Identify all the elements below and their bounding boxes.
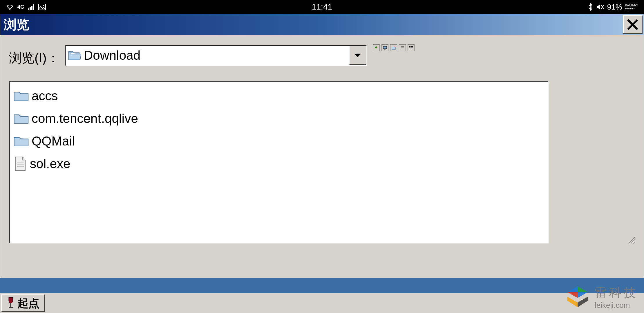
svg-marker-39 (567, 292, 578, 298)
watermark-logo-icon (565, 284, 591, 310)
svg-rect-21 (410, 46, 413, 47)
svg-marker-38 (578, 286, 588, 292)
battery-dots: ●●●●○ (625, 7, 635, 10)
watermark: 雷科技 leikeji.com (565, 284, 638, 310)
desktop-strip (0, 278, 644, 293)
combo-dropdown-button[interactable] (349, 46, 366, 65)
svg-rect-4 (33, 4, 34, 10)
wifi-icon (6, 4, 14, 10)
details-view-button[interactable] (408, 44, 415, 51)
bluetooth-icon (588, 3, 593, 11)
folder-icon (13, 89, 29, 103)
new-folder-button[interactable]: * (390, 44, 397, 51)
watermark-cn: 雷科技 (595, 285, 638, 301)
desktop-icon (383, 46, 387, 50)
clock: 11:41 (312, 2, 332, 12)
directory-combo[interactable]: Download (65, 45, 367, 66)
svg-point-0 (9, 8, 10, 10)
browse-dialog: 浏览 浏览(I)： Download (0, 14, 644, 278)
file-name: sol.exe (30, 156, 70, 171)
up-one-level-button[interactable] (373, 44, 380, 51)
watermark-en: leikeji.com (595, 301, 638, 310)
svg-text:*: * (395, 46, 395, 48)
file-toolbar: * (373, 44, 415, 51)
file-list[interactable]: accs com.tencent.qqlive QQMail sol.exe (9, 81, 549, 243)
resize-grip-icon[interactable] (627, 235, 636, 244)
svg-rect-13 (383, 46, 387, 49)
current-directory: Download (84, 48, 141, 63)
list-item[interactable]: sol.exe (13, 152, 544, 175)
svg-rect-23 (410, 48, 413, 48)
svg-rect-14 (384, 49, 386, 50)
folder-open-icon (68, 50, 82, 61)
file-name: QQMail (32, 134, 75, 148)
svg-rect-24 (409, 49, 410, 49)
details-icon (409, 46, 413, 50)
file-icon (13, 156, 28, 172)
svg-point-6 (43, 5, 44, 6)
svg-rect-3 (31, 6, 32, 10)
svg-marker-41 (578, 297, 588, 307)
svg-rect-5 (39, 4, 46, 10)
list-item[interactable]: com.tencent.qqlive (13, 107, 544, 130)
chevron-down-icon (354, 53, 362, 58)
svg-rect-25 (410, 49, 413, 49)
desktop-button[interactable] (381, 44, 388, 51)
svg-rect-20 (409, 46, 410, 47)
svg-rect-1 (28, 8, 29, 10)
taskbar: 起点 (0, 293, 644, 313)
list-view-button[interactable] (399, 44, 406, 51)
list-icon (400, 46, 405, 50)
android-status-bar: 4G 11:41 91% BATTERY ●●●●○ (0, 0, 644, 14)
close-button[interactable] (623, 15, 643, 34)
network-type: 4G (17, 4, 24, 10)
start-button[interactable]: 起点 (1, 294, 45, 312)
signal-icon (28, 4, 35, 10)
wine-icon (6, 297, 15, 310)
svg-marker-12 (375, 46, 378, 48)
new-folder-icon: * (391, 46, 396, 50)
svg-marker-11 (354, 54, 361, 57)
file-name: accs (32, 89, 58, 103)
battery-percent: 91% (607, 3, 622, 12)
file-name: com.tencent.qqlive (32, 111, 138, 126)
picture-icon (38, 4, 46, 10)
titlebar: 浏览 (0, 14, 644, 35)
folder-icon (13, 134, 29, 148)
list-item[interactable]: QQMail (13, 130, 544, 152)
start-label: 起点 (17, 296, 39, 311)
list-item[interactable]: accs (13, 85, 544, 107)
battery-label: BATTERY (625, 4, 638, 7)
arrow-up-icon (374, 46, 379, 50)
svg-rect-2 (30, 7, 31, 10)
look-in-label: 浏览(I)： (9, 50, 59, 67)
dialog-title: 浏览 (4, 16, 29, 33)
close-icon (626, 18, 639, 31)
mute-icon (596, 3, 604, 10)
folder-icon (13, 112, 29, 125)
svg-rect-22 (409, 48, 410, 48)
